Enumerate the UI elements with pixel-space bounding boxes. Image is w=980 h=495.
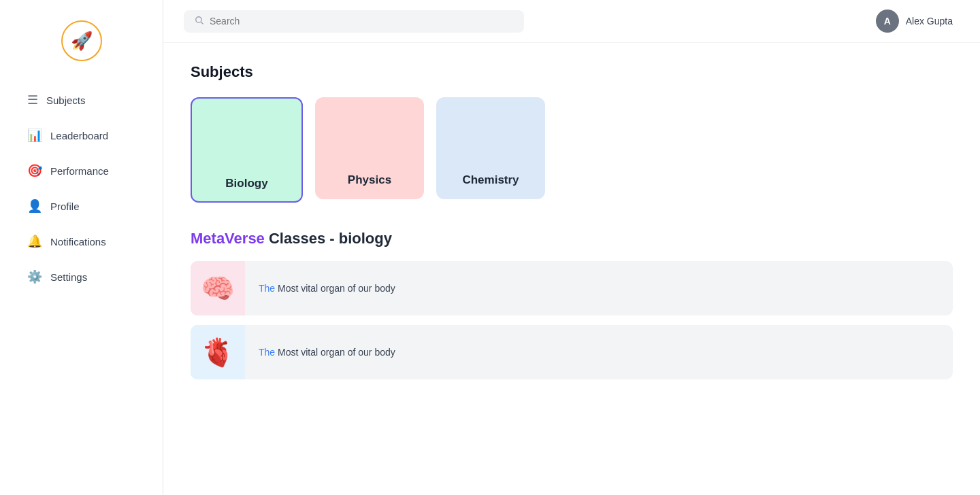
sidebar-item-label: Profile xyxy=(50,201,80,212)
sidebar-item-label: Performance xyxy=(50,165,109,177)
svg-point-0 xyxy=(196,16,201,22)
classes-title: MetaVerse Classes - biology xyxy=(191,230,953,248)
class-item-1[interactable]: 🧠 The Most vital organ of our body xyxy=(191,261,953,315)
logo-area: 🚀 xyxy=(0,14,163,82)
main-content: A Alex Gupta Subjects Biology Physics Ch… xyxy=(163,0,980,495)
profile-icon: 👤 xyxy=(27,199,42,214)
leaderboard-icon: 📊 xyxy=(27,128,42,143)
brain-emoji: 🧠 xyxy=(201,273,235,305)
settings-icon: ⚙️ xyxy=(27,269,42,284)
sidebar-item-label: Leaderboard xyxy=(50,130,108,141)
sidebar: 🚀 ☰ Subjects 📊 Leaderboard 🎯 Performance… xyxy=(0,0,163,495)
username: Alex Gupta xyxy=(906,16,953,27)
notifications-icon: 🔔 xyxy=(27,234,42,249)
class-text-body: Most vital organ of our body xyxy=(275,347,395,358)
sidebar-item-label: Settings xyxy=(50,271,87,283)
search-icon xyxy=(195,16,204,27)
class-thumbnail-heart: 🫀 xyxy=(191,325,245,379)
menu-icon: ☰ xyxy=(27,92,38,107)
heart-emoji: 🫀 xyxy=(201,337,235,369)
class-text-2: The Most vital organ of our body xyxy=(245,347,409,358)
performance-icon: 🎯 xyxy=(27,163,42,178)
subjects-title: Subjects xyxy=(191,63,953,81)
sidebar-item-settings[interactable]: ⚙️ Settings xyxy=(8,260,154,294)
search-input[interactable] xyxy=(210,16,513,27)
class-text-body: Most vital organ of our body xyxy=(275,283,395,294)
class-text-1: The Most vital organ of our body xyxy=(245,283,409,294)
subjects-grid: Biology Physics Chemistry xyxy=(191,97,953,203)
sidebar-item-notifications[interactable]: 🔔 Notifications xyxy=(8,224,154,258)
logo-icon: 🚀 xyxy=(61,20,102,61)
sidebar-item-profile[interactable]: 👤 Profile xyxy=(8,189,154,223)
page-content: Subjects Biology Physics Chemistry MetaV… xyxy=(163,43,980,409)
subject-label: Chemistry xyxy=(462,173,519,187)
avatar: A xyxy=(876,10,899,33)
svg-line-1 xyxy=(201,22,203,24)
class-thumbnail-brain: 🧠 xyxy=(191,261,245,315)
search-bar[interactable] xyxy=(184,10,524,33)
subject-card-physics[interactable]: Physics xyxy=(315,97,424,199)
subject-card-biology[interactable]: Biology xyxy=(191,97,303,203)
class-item-2[interactable]: 🫀 The Most vital organ of our body xyxy=(191,325,953,379)
classes-title-rest: Classes - biology xyxy=(265,230,392,247)
header: A Alex Gupta xyxy=(163,0,980,43)
sidebar-item-performance[interactable]: 🎯 Performance xyxy=(8,154,154,188)
sidebar-item-subjects[interactable]: ☰ Subjects xyxy=(8,83,154,117)
class-text-the: The xyxy=(259,283,275,294)
classes-title-metaverse: MetaVerse xyxy=(191,230,265,247)
sidebar-item-label: Subjects xyxy=(46,95,86,106)
subject-card-chemistry[interactable]: Chemistry xyxy=(436,97,545,199)
class-text-the: The xyxy=(259,347,275,358)
sidebar-item-leaderboard[interactable]: 📊 Leaderboard xyxy=(8,118,154,152)
subject-label: Physics xyxy=(348,173,391,187)
sidebar-nav: ☰ Subjects 📊 Leaderboard 🎯 Performance 👤… xyxy=(0,82,163,295)
subject-label: Biology xyxy=(225,177,267,190)
sidebar-item-label: Notifications xyxy=(50,236,106,248)
user-area: A Alex Gupta xyxy=(876,10,953,33)
